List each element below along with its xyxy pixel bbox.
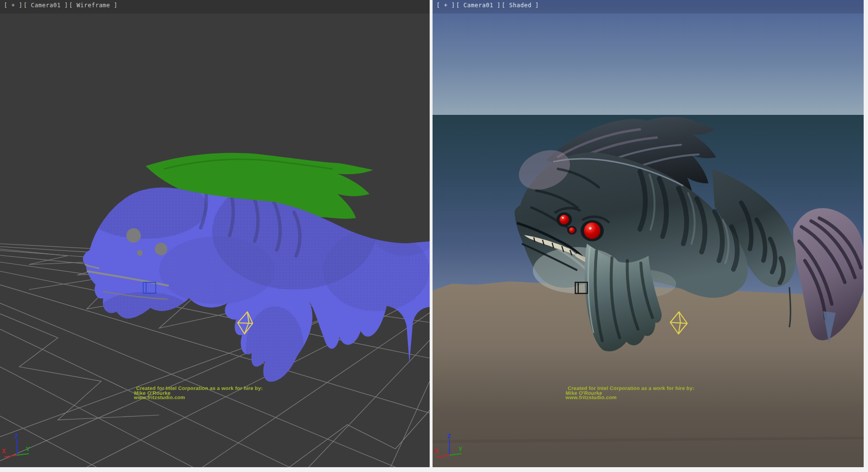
axis-x-label: X — [2, 447, 6, 455]
credit-line-3: www.fritzstudio.com — [566, 395, 694, 400]
axis-y-label: Y — [26, 445, 30, 453]
viewport-menu-button[interactable]: [ + ] — [4, 2, 23, 9]
viewport-shading-menu[interactable]: [ Wireframe ] — [69, 2, 117, 9]
axis-z-label: Z — [447, 433, 451, 440]
axis-y-label: Y — [459, 445, 462, 453]
world-axis-gizmo: Z X Y — [1, 433, 35, 463]
viewport-label: [ + ][ Camera01 ][ Wireframe ] — [4, 2, 119, 9]
axis-z-label: Z — [14, 433, 18, 440]
window-right-edge — [864, 0, 868, 472]
viewport-wireframe[interactable]: [ + ][ Camera01 ][ Wireframe ] — [0, 0, 430, 467]
viewport-label: [ + ][ Camera01 ][ Shaded ] — [436, 2, 540, 9]
credit-line-3: www.fritzstudio.com — [134, 395, 263, 400]
viewport-camera-menu[interactable]: [ Camera01 ] — [24, 2, 68, 9]
window-bottom-edge — [0, 467, 868, 472]
world-axis-gizmo: Z X Y — [434, 433, 467, 463]
sky-backdrop — [433, 0, 864, 115]
viewport-camera-menu[interactable]: [ Camera01 ] — [456, 2, 501, 9]
viewport-menu-button[interactable]: [ + ] — [436, 2, 455, 9]
creature-body-wireframe-blue[interactable] — [82, 174, 430, 389]
scene-credit-text: Created for Intel Corporation as a work … — [134, 386, 263, 400]
screenshot-stage: [ + ][ Camera01 ][ Wireframe ] — [0, 0, 868, 472]
viewport-splitter[interactable] — [430, 0, 433, 467]
viewport-shaded[interactable]: [ + ][ Camera01 ][ Shaded ] Created for … — [433, 0, 864, 467]
viewport-shading-menu[interactable]: [ Shaded ] — [502, 2, 539, 9]
axis-x-label: X — [434, 447, 438, 455]
scene-credit-text: Created for Intel Corporation as a work … — [566, 386, 694, 400]
